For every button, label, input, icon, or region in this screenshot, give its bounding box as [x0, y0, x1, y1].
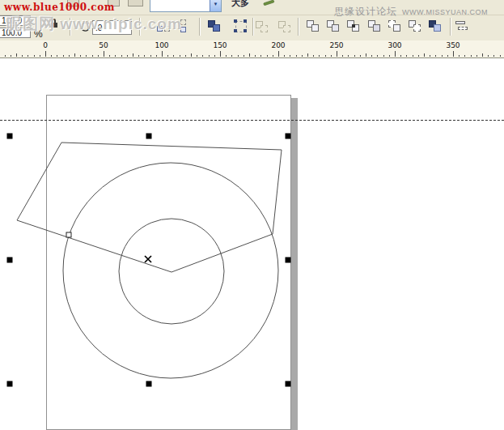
ruler-tick	[5, 55, 6, 57]
percent-label: %	[34, 28, 43, 40]
ruler-tick	[273, 55, 273, 57]
scale-v-field[interactable]	[0, 28, 31, 38]
ruler-tick	[482, 53, 483, 57]
ruler-tick	[191, 53, 192, 57]
icon-square	[283, 25, 290, 32]
ruler-tick	[109, 55, 110, 57]
ruler-tick	[342, 55, 343, 57]
ruler-tick	[231, 55, 232, 57]
simplify-icon[interactable]	[367, 19, 381, 32]
corner-square	[244, 29, 247, 32]
chevron-down-icon[interactable]: ▼	[210, 0, 221, 11]
ruler-tick	[156, 55, 157, 57]
drawing-canvas[interactable]	[0, 58, 504, 430]
nudge-offset-combobox[interactable]: ▼	[150, 0, 222, 12]
ruler-tick	[319, 55, 320, 57]
icon-square	[434, 24, 441, 32]
scale-h-field[interactable]	[0, 15, 31, 26]
ruler-tick	[220, 51, 221, 57]
paste-icon[interactable]	[128, 0, 143, 6]
separator	[252, 18, 254, 36]
separator	[70, 18, 71, 36]
ruler-tick	[447, 55, 448, 57]
separator	[298, 18, 299, 36]
rotation-angle-field[interactable]	[92, 20, 132, 35]
ruler-tick	[115, 55, 116, 57]
ruler-label: 50	[99, 41, 108, 49]
pencil-icon[interactable]	[262, 0, 277, 8]
ruler-tick	[493, 55, 494, 57]
ruler-tick	[337, 51, 337, 57]
back-minus-front-icon[interactable]	[408, 19, 421, 32]
ruler-tick	[354, 55, 355, 57]
ruler-tick	[413, 55, 413, 57]
selection-handle[interactable]	[7, 381, 13, 387]
ungroup-icon[interactable]	[233, 19, 249, 33]
ruler-tick	[325, 55, 326, 57]
ruler-tick	[430, 55, 430, 57]
horizontal-ruler[interactable]: 050100150200250300350	[0, 40, 504, 58]
ruler-tick	[45, 51, 46, 57]
ruler-tick	[464, 55, 465, 57]
weld-icon[interactable]	[306, 19, 320, 32]
ruler-tick	[418, 55, 419, 57]
front-minus-back-icon[interactable]	[388, 19, 401, 32]
ruler-tick	[348, 55, 349, 57]
convert-icon[interactable]	[277, 20, 291, 33]
inner-circle-shape[interactable]	[119, 219, 224, 324]
ruler-tick	[260, 55, 261, 57]
lock-body	[50, 23, 57, 28]
ruler-tick	[185, 55, 186, 57]
outer-circle-shape[interactable]	[63, 163, 278, 378]
rotate-icon[interactable]	[79, 20, 91, 32]
selection-handle[interactable]	[146, 134, 152, 139]
polygon-shape[interactable]	[17, 143, 282, 272]
selection-handle[interactable]	[286, 258, 291, 263]
ruler-tick	[98, 55, 99, 57]
separator	[199, 18, 201, 36]
ruler-label: 200	[271, 41, 285, 49]
ruler-tick	[80, 55, 81, 57]
ruler-tick	[16, 53, 17, 57]
selection-handle[interactable]	[146, 381, 152, 387]
selection-center-mark[interactable]	[145, 256, 151, 262]
ruler-tick	[86, 55, 87, 57]
ruler-tick	[180, 55, 180, 57]
ruler-tick	[92, 55, 93, 57]
ruler-tick	[377, 55, 378, 57]
ruler-tick	[63, 55, 64, 57]
node-marker[interactable]	[66, 232, 71, 237]
ruler-tick	[360, 55, 361, 57]
ruler-tick	[435, 55, 436, 57]
ruler-tick	[453, 51, 454, 57]
watermark-blue1000: www.blue1000.com	[4, 2, 115, 13]
ruler-tick	[395, 51, 396, 57]
selection-handle[interactable]	[7, 134, 13, 139]
trim-icon[interactable]	[326, 19, 340, 32]
ruler-tick	[313, 55, 314, 57]
ruler-tick	[28, 55, 28, 57]
ruler-tick	[284, 55, 285, 57]
ruler-tick	[366, 53, 366, 57]
ruler-tick	[471, 55, 472, 57]
lock-ratio-icon[interactable]	[50, 19, 59, 28]
mirror-horizontal-icon[interactable]	[156, 20, 171, 33]
drawing-layer	[0, 58, 504, 430]
ruler-tick	[383, 55, 384, 57]
selection-handle[interactable]	[7, 258, 13, 263]
ruler-tick	[249, 53, 250, 57]
group-icon[interactable]	[207, 19, 222, 33]
create-boundary-icon[interactable]	[428, 19, 442, 32]
mirror-square-ghost	[180, 19, 186, 25]
ruler-tick	[459, 55, 460, 57]
selection-handle[interactable]	[286, 381, 291, 387]
intersect-icon[interactable]	[346, 19, 360, 32]
ruler-tick	[167, 55, 168, 57]
ruler-tick	[127, 55, 128, 57]
selection-handle[interactable]	[286, 134, 291, 139]
property-bar: %	[0, 15, 504, 40]
ruler-tick	[138, 55, 139, 57]
combine-icon[interactable]	[455, 20, 468, 32]
mirror-vertical-icon[interactable]	[176, 19, 192, 33]
ungroup-all-icon[interactable]	[255, 20, 269, 33]
